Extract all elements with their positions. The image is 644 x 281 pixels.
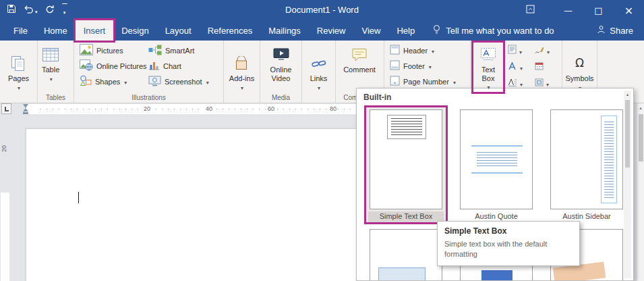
tab-design[interactable]: Design bbox=[113, 20, 156, 41]
gallery-item[interactable] bbox=[366, 227, 446, 281]
thumbnail-simple-text-box bbox=[370, 109, 442, 209]
preview-sidebar-block bbox=[601, 116, 617, 203]
ribbon-group-media: Online Video Media bbox=[260, 41, 302, 103]
table-label: Table bbox=[42, 66, 59, 74]
online-pictures-button[interactable]: Online Pictures bbox=[77, 58, 146, 74]
tab-home[interactable]: Home bbox=[36, 20, 76, 41]
table-button[interactable]: Table bbox=[40, 43, 61, 92]
ribbon-group-illustrations: Pictures Online Pictures Shapes bbox=[74, 41, 224, 103]
person-icon bbox=[597, 25, 606, 36]
quick-parts-button[interactable] bbox=[505, 45, 532, 57]
tooltip-title: Simple Text Box bbox=[444, 226, 573, 236]
pictures-button[interactable]: Pictures bbox=[77, 43, 146, 58]
titlebar: Document1 - Word — □ × bbox=[0, 0, 644, 20]
vertical-scrollbar[interactable]: ▴ bbox=[637, 103, 644, 281]
smartart-button[interactable]: SmartArt bbox=[146, 43, 212, 58]
pages-button[interactable]: Pages bbox=[7, 51, 30, 91]
share-button[interactable]: Share bbox=[597, 20, 633, 41]
tab-references[interactable]: References bbox=[200, 20, 260, 41]
gallery-item-simple-text-box[interactable]: Simple Text Box bbox=[366, 107, 446, 222]
thumbnail-austin-sidebar bbox=[550, 109, 623, 209]
minimize-button[interactable]: — bbox=[553, 0, 583, 20]
save-button[interactable] bbox=[7, 3, 16, 18]
hanging-indent-marker[interactable] bbox=[23, 108, 28, 111]
ruler-number: 80 bbox=[328, 105, 338, 112]
footer-button[interactable]: Footer bbox=[387, 58, 459, 74]
close-button[interactable]: × bbox=[614, 0, 644, 20]
vertical-ruler[interactable]: 20 bbox=[0, 118, 10, 281]
pages-icon bbox=[11, 54, 26, 72]
ruler-number: 40 bbox=[204, 105, 214, 112]
undo-dropdown-caret-icon bbox=[34, 4, 38, 16]
table-icon bbox=[42, 45, 59, 63]
scrollbar-thumb[interactable] bbox=[639, 114, 643, 161]
text-box-icon bbox=[480, 45, 496, 63]
thumbnail-austin-quote bbox=[460, 109, 533, 209]
symbols-button[interactable]: Ω Symbols bbox=[564, 51, 595, 91]
gallery-item-austin-sidebar[interactable]: Austin Sidebar bbox=[547, 107, 626, 222]
tab-file[interactable]: File bbox=[5, 20, 36, 41]
tab-view[interactable]: View bbox=[353, 20, 388, 41]
addins-button[interactable]: Add-ins bbox=[228, 51, 256, 91]
comment-button[interactable]: Comment bbox=[339, 43, 380, 92]
gallery-item-austin-quote[interactable]: Austin Quote bbox=[457, 107, 536, 222]
signature-line-button[interactable] bbox=[532, 45, 559, 57]
tell-me-search[interactable]: Tell me what you want to do bbox=[432, 20, 554, 41]
page-number-button[interactable]: Page Number bbox=[387, 74, 459, 89]
quick-access-toolbar bbox=[7, 0, 67, 20]
gallery-row: Simple Text Box Austin Quote Austin Side… bbox=[366, 107, 626, 222]
page-number-icon bbox=[390, 76, 400, 87]
dropdown-caret-icon bbox=[452, 78, 456, 86]
customize-bar-icon bbox=[62, 3, 67, 5]
dropdown-caret-icon bbox=[206, 78, 209, 86]
header-button[interactable]: Header bbox=[387, 43, 459, 58]
tab-stop-selector[interactable] bbox=[1, 103, 11, 114]
links-button[interactable]: Links bbox=[309, 51, 329, 91]
undo-button[interactable] bbox=[24, 3, 38, 18]
ruler-number: 60 bbox=[266, 105, 276, 112]
tab-insert[interactable]: Insert bbox=[76, 20, 114, 41]
dropdown-caret-icon bbox=[519, 45, 522, 57]
scroll-up-arrow-icon[interactable]: ▴ bbox=[637, 103, 644, 113]
gallery-item-label: Simple Text Box bbox=[368, 211, 444, 222]
document-page[interactable] bbox=[26, 128, 403, 281]
links-icon bbox=[312, 54, 326, 72]
ribbon-display-options-button[interactable] bbox=[519, 0, 541, 20]
scrollbar-thumb[interactable] bbox=[625, 100, 630, 168]
screenshot-button[interactable]: Screenshot bbox=[146, 74, 212, 89]
tab-layout[interactable]: Layout bbox=[157, 20, 200, 41]
preview-quote-block bbox=[471, 145, 523, 174]
header-icon bbox=[390, 45, 400, 56]
dropdown-caret-icon bbox=[49, 74, 53, 83]
ruler-ticks bbox=[40, 109, 357, 109]
ribbon-tab-bar: File Home Insert Design Layout Reference… bbox=[0, 20, 644, 41]
chart-button[interactable]: Chart bbox=[146, 58, 212, 74]
online-video-button[interactable]: Online Video bbox=[263, 43, 299, 92]
word-application-window: Document1 - Word — □ × File Home Insert … bbox=[0, 0, 644, 281]
comment-icon bbox=[351, 45, 368, 63]
date-time-button[interactable] bbox=[532, 61, 559, 73]
shapes-button[interactable]: Shapes bbox=[77, 74, 146, 89]
save-icon bbox=[7, 4, 16, 16]
preview-text-block bbox=[387, 115, 426, 139]
gallery-scrollbar[interactable]: ▴ bbox=[624, 91, 631, 278]
customize-quick-access-button[interactable] bbox=[62, 3, 67, 18]
addins-label: Add-ins bbox=[229, 74, 254, 83]
dropdown-caret-icon bbox=[431, 47, 434, 55]
left-indent-marker[interactable] bbox=[23, 112, 28, 114]
tab-mailings[interactable]: Mailings bbox=[260, 20, 309, 41]
scroll-up-arrow-icon[interactable]: ▴ bbox=[624, 91, 631, 99]
ribbon-group-pages: Pages bbox=[0, 41, 38, 103]
online-pictures-icon bbox=[80, 59, 93, 72]
tab-help[interactable]: Help bbox=[388, 20, 423, 41]
text-box-button[interactable]: Text Box bbox=[473, 43, 503, 92]
pictures-label: Pictures bbox=[96, 47, 123, 55]
preview-block bbox=[481, 270, 513, 281]
shapes-icon bbox=[80, 75, 92, 88]
date-time-icon bbox=[535, 61, 544, 73]
undo-icon bbox=[24, 4, 34, 16]
repeat-button[interactable] bbox=[45, 3, 55, 18]
maximize-button[interactable]: □ bbox=[583, 0, 614, 20]
wordart-button[interactable] bbox=[505, 61, 532, 73]
tab-review[interactable]: Review bbox=[309, 20, 354, 41]
